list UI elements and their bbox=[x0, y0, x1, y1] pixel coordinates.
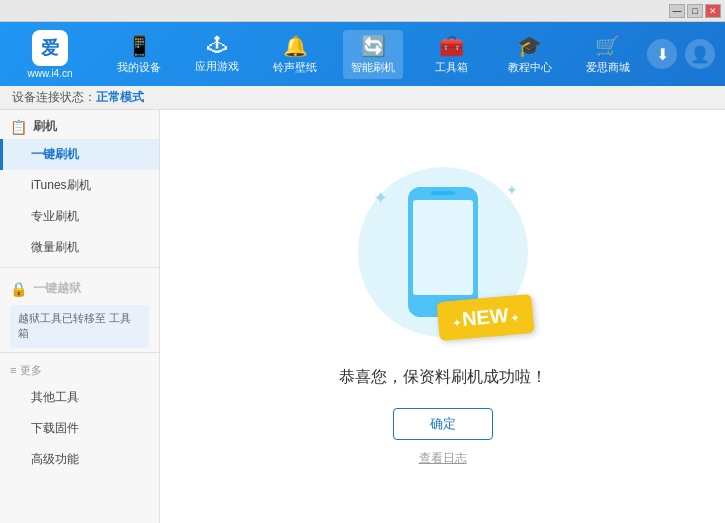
minimize-button[interactable]: — bbox=[669, 4, 685, 18]
sidebar-section-flash-title: 刷机 bbox=[33, 118, 57, 135]
phone-illustration: ✦ ✦ NEW bbox=[353, 167, 533, 347]
maximize-button[interactable]: □ bbox=[687, 4, 703, 18]
sidebar-divider-1 bbox=[0, 267, 159, 268]
nav-apps-games[interactable]: 🕹 应用游戏 bbox=[187, 30, 247, 78]
nav-smart-flash-label: 智能刷机 bbox=[351, 60, 395, 75]
nav-apps-games-label: 应用游戏 bbox=[195, 59, 239, 74]
nav-shop-label: 爱思商城 bbox=[586, 60, 630, 75]
advanced-label: 高级功能 bbox=[31, 452, 79, 466]
smart-flash-icon: 🔄 bbox=[361, 34, 386, 58]
sidebar-item-one-click-flash[interactable]: 一键刷机 bbox=[0, 139, 159, 170]
svg-rect-3 bbox=[431, 191, 455, 195]
nav-toolbox-label: 工具箱 bbox=[435, 60, 468, 75]
sidebar-item-advanced[interactable]: 高级功能 bbox=[0, 444, 159, 475]
header: 爱 www.i4.cn 📱 我的设备 🕹 应用游戏 🔔 铃声壁纸 🔄 智能刷机 … bbox=[0, 22, 725, 86]
other-tools-label: 其他工具 bbox=[31, 390, 79, 404]
logo-icon: 爱 bbox=[32, 30, 68, 66]
nav-tutorials[interactable]: 🎓 教程中心 bbox=[500, 30, 560, 79]
svg-rect-1 bbox=[413, 200, 473, 295]
shop-icon: 🛒 bbox=[595, 34, 620, 58]
ringtones-icon: 🔔 bbox=[283, 34, 308, 58]
one-click-flash-label: 一键刷机 bbox=[31, 147, 79, 161]
sidebar-section-flash-header: 📋 刷机 bbox=[0, 110, 159, 139]
success-message: 恭喜您，保资料刷机成功啦！ bbox=[339, 367, 547, 388]
sidebar-divider-2 bbox=[0, 352, 159, 353]
sparkle-tr-icon: ✦ bbox=[506, 182, 518, 198]
again-link[interactable]: 查看日志 bbox=[419, 450, 467, 467]
apps-games-icon: 🕹 bbox=[207, 34, 227, 57]
window-controls: — □ ✕ bbox=[669, 4, 721, 18]
sidebar-item-micro-flash[interactable]: 微量刷机 bbox=[0, 232, 159, 263]
sidebar-item-other-tools[interactable]: 其他工具 bbox=[0, 382, 159, 413]
confirm-button[interactable]: 确定 bbox=[393, 408, 493, 440]
download-firmware-label: 下载固件 bbox=[31, 421, 79, 435]
header-right-controls: ⬇ 👤 bbox=[647, 39, 715, 69]
tutorials-icon: 🎓 bbox=[517, 34, 542, 58]
user-button[interactable]: 👤 bbox=[685, 39, 715, 69]
logo-text: www.i4.cn bbox=[27, 68, 72, 79]
title-bar: — □ ✕ bbox=[0, 0, 725, 22]
download-button[interactable]: ⬇ bbox=[647, 39, 677, 69]
pro-flash-label: 专业刷机 bbox=[31, 209, 79, 223]
nav-shop[interactable]: 🛒 爱思商城 bbox=[578, 30, 638, 79]
sidebar-item-pro-flash[interactable]: 专业刷机 bbox=[0, 201, 159, 232]
nav-bar: 📱 我的设备 🕹 应用游戏 🔔 铃声壁纸 🔄 智能刷机 🧰 工具箱 🎓 教程中心… bbox=[100, 30, 647, 79]
sidebar-section-more-header: ≡ 更多 bbox=[0, 357, 159, 382]
nav-tutorials-label: 教程中心 bbox=[508, 60, 552, 75]
sidebar-item-itunes-flash[interactable]: iTunes刷机 bbox=[0, 170, 159, 201]
logo[interactable]: 爱 www.i4.cn bbox=[10, 29, 90, 79]
sidebar-section-more-title: 更多 bbox=[20, 363, 42, 378]
sidebar: 📋 刷机 一键刷机 iTunes刷机 专业刷机 微量刷机 🔒 一键越狱 越狱工具… bbox=[0, 110, 160, 523]
toolbox-icon: 🧰 bbox=[439, 34, 464, 58]
main-layout: 📋 刷机 一键刷机 iTunes刷机 专业刷机 微量刷机 🔒 一键越狱 越狱工具… bbox=[0, 110, 725, 523]
nav-my-device-label: 我的设备 bbox=[117, 60, 161, 75]
flash-section-icon: 📋 bbox=[10, 119, 27, 135]
sparkle-tl-icon: ✦ bbox=[373, 187, 388, 209]
nav-ringtones-label: 铃声壁纸 bbox=[273, 60, 317, 75]
sidebar-item-download-firmware[interactable]: 下载固件 bbox=[0, 413, 159, 444]
new-badge: NEW bbox=[436, 293, 534, 340]
nav-smart-flash[interactable]: 🔄 智能刷机 bbox=[343, 30, 403, 79]
close-button[interactable]: ✕ bbox=[705, 4, 721, 18]
sidebar-jailbreak-notice: 越狱工具已转移至 工具箱 bbox=[10, 305, 149, 348]
device-status-bar: 设备连接状态： 正常模式 bbox=[0, 86, 725, 110]
itunes-flash-label: iTunes刷机 bbox=[31, 178, 91, 192]
device-status-label: 设备连接状态： bbox=[12, 89, 96, 106]
micro-flash-label: 微量刷机 bbox=[31, 240, 79, 254]
content-area: ✦ ✦ NEW 恭喜您，保资料刷机成功啦！ 确定 查看日志 bbox=[160, 110, 725, 523]
sidebar-section-jailbreak-title: 一键越狱 bbox=[33, 280, 81, 297]
nav-ringtones[interactable]: 🔔 铃声壁纸 bbox=[265, 30, 325, 79]
nav-my-device[interactable]: 📱 我的设备 bbox=[109, 30, 169, 79]
jailbreak-section-icon: 🔒 bbox=[10, 281, 27, 297]
nav-toolbox[interactable]: 🧰 工具箱 bbox=[422, 30, 482, 79]
my-device-icon: 📱 bbox=[127, 34, 152, 58]
sidebar-section-jailbreak-header: 🔒 一键越狱 bbox=[0, 272, 159, 301]
more-section-bars-icon: ≡ bbox=[10, 364, 16, 376]
device-status-value: 正常模式 bbox=[96, 89, 144, 106]
